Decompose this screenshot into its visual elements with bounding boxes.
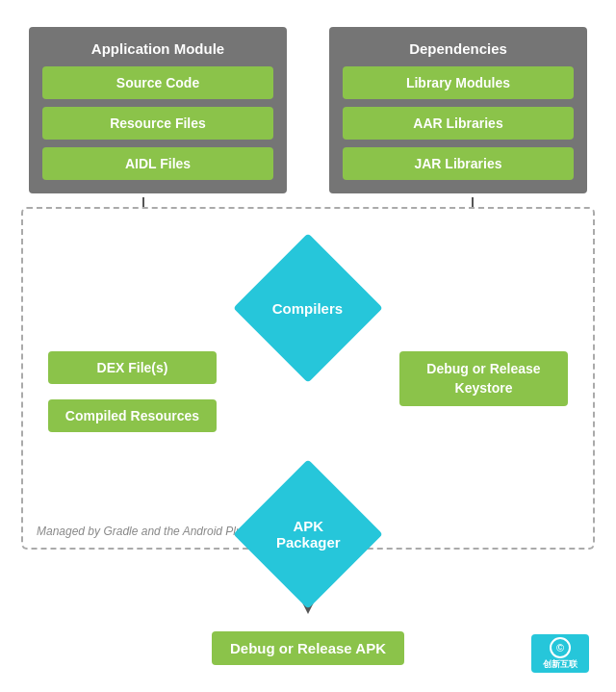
compilers-label: Compilers xyxy=(272,299,343,316)
watermark: © 创新互联 xyxy=(531,634,589,673)
app-module-title: Application Module xyxy=(42,40,273,57)
dex-files-item: DEX File(s) xyxy=(48,351,217,384)
keystore-label: Debug or ReleaseKeystore xyxy=(399,351,568,406)
apk-packager-diamond: APK Packager xyxy=(233,459,383,609)
apk-packager-label: APK Packager xyxy=(276,518,341,551)
dependencies-title: Dependencies xyxy=(343,40,574,57)
resource-files-item: Resource Files xyxy=(42,107,273,140)
source-code-item: Source Code xyxy=(42,66,273,99)
compilers-diamond: Compilers xyxy=(233,233,383,383)
apk-packager-container: APK Packager xyxy=(255,481,361,587)
compilers-container: Compilers xyxy=(255,255,361,361)
watermark-icon: © xyxy=(545,637,576,658)
left-output-items: DEX File(s) Compiled Resources xyxy=(48,351,217,432)
aidl-files-item: AIDL Files xyxy=(42,147,273,180)
svg-text:©: © xyxy=(556,642,564,654)
compiled-resources-item: Compiled Resources xyxy=(48,399,217,432)
app-module-box: Application Module Source Code Resource … xyxy=(29,27,287,193)
dependencies-box: Dependencies Library Modules AAR Librari… xyxy=(329,27,587,193)
library-modules-item: Library Modules xyxy=(343,66,574,99)
final-apk-container: Debug or Release APK xyxy=(212,631,404,665)
main-container: Application Module Source Code Resource … xyxy=(0,0,616,692)
managed-by-gradle-text: Managed by Gradle and the Android Plugin xyxy=(37,524,258,540)
keystore-item: Debug or ReleaseKeystore xyxy=(399,351,568,406)
final-apk-label: Debug or Release APK xyxy=(212,631,404,665)
aar-libraries-item: AAR Libraries xyxy=(343,107,574,140)
watermark-text: 创新互联 xyxy=(543,658,578,671)
top-section: Application Module Source Code Resource … xyxy=(0,12,616,193)
jar-libraries-item: JAR Libraries xyxy=(343,147,574,180)
